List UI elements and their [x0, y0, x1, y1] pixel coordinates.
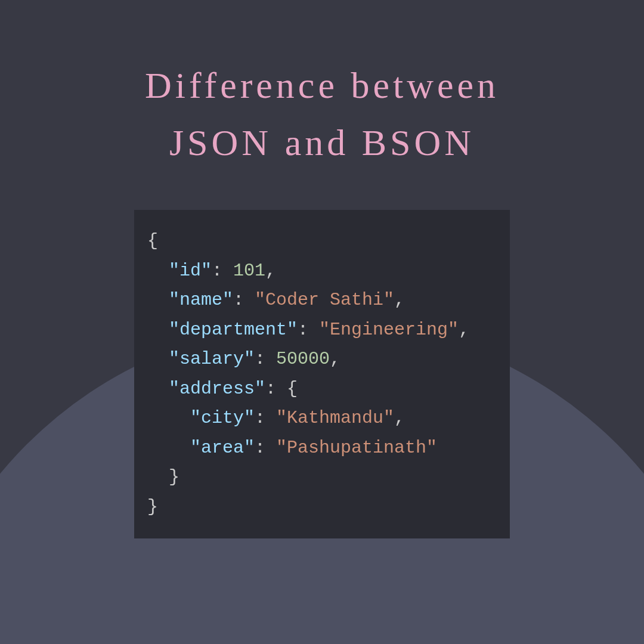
code-line: "department": "Engineering",	[147, 315, 497, 345]
json-string: "Kathmandu"	[276, 408, 394, 428]
json-key: "salary"	[169, 349, 255, 369]
json-key: "department"	[169, 320, 298, 340]
json-number: 50000	[276, 349, 330, 369]
open-brace: {	[147, 231, 158, 251]
json-key: "address"	[169, 379, 265, 399]
close-brace: }	[169, 467, 179, 487]
code-line: "address": {	[147, 374, 497, 404]
json-string: "Coder Sathi"	[255, 290, 394, 310]
page-title: Difference between JSON and BSON	[0, 0, 644, 171]
json-key: "id"	[169, 261, 212, 281]
code-line: {	[147, 227, 497, 256]
json-key: "area"	[190, 438, 255, 458]
json-number: 101	[233, 261, 265, 281]
code-block: { "id": 101, "name": "Coder Sathi", "dep…	[134, 210, 510, 538]
title-line-1: Difference between	[145, 65, 499, 106]
code-line: }	[147, 463, 497, 493]
code-line: "salary": 50000,	[147, 345, 497, 374]
json-string: "Engineering"	[319, 320, 459, 340]
code-line: "id": 101,	[147, 256, 497, 286]
code-line: }	[147, 493, 497, 522]
json-string: "Pashupatinath"	[276, 438, 437, 458]
code-line: "city": "Kathmandu",	[147, 404, 497, 434]
close-brace: }	[147, 497, 158, 517]
json-key: "name"	[169, 290, 233, 310]
code-line: "name": "Coder Sathi",	[147, 286, 497, 315]
code-line: "area": "Pashupatinath"	[147, 434, 497, 463]
json-key: "city"	[190, 408, 255, 428]
open-brace: {	[287, 379, 298, 399]
title-line-2: JSON and BSON	[169, 122, 475, 163]
